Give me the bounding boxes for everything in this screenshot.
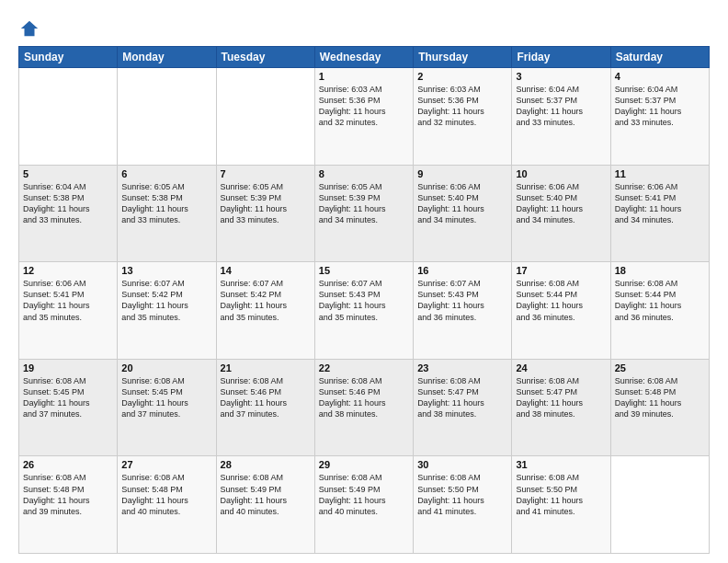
calendar-day-cell: 20Sunrise: 6:08 AM Sunset: 5:45 PM Dayli… xyxy=(118,359,216,456)
day-number: 30 xyxy=(417,459,507,470)
day-number: 26 xyxy=(23,459,113,470)
calendar-day-cell: 8Sunrise: 6:05 AM Sunset: 5:39 PM Daylig… xyxy=(314,165,413,262)
calendar-day-cell: 31Sunrise: 6:08 AM Sunset: 5:50 PM Dayli… xyxy=(512,456,610,554)
day-info: Sunrise: 6:07 AM Sunset: 5:42 PM Dayligh… xyxy=(221,278,311,323)
header xyxy=(18,15,710,39)
day-number: 27 xyxy=(121,459,211,470)
day-info: Sunrise: 6:08 AM Sunset: 5:47 PM Dayligh… xyxy=(417,375,507,420)
page: SundayMondayTuesdayWednesdayThursdayFrid… xyxy=(0,0,728,563)
day-info: Sunrise: 6:03 AM Sunset: 5:36 PM Dayligh… xyxy=(417,84,507,129)
calendar-week-row: 1Sunrise: 6:03 AM Sunset: 5:36 PM Daylig… xyxy=(19,68,710,166)
calendar-day-cell: 27Sunrise: 6:08 AM Sunset: 5:48 PM Dayli… xyxy=(118,456,216,554)
day-number: 25 xyxy=(615,362,705,373)
day-number: 29 xyxy=(319,459,409,470)
day-info: Sunrise: 6:05 AM Sunset: 5:39 PM Dayligh… xyxy=(221,181,311,226)
day-number: 5 xyxy=(23,168,113,179)
day-info: Sunrise: 6:08 AM Sunset: 5:44 PM Dayligh… xyxy=(516,278,606,323)
calendar-day-cell xyxy=(19,68,118,166)
day-info: Sunrise: 6:08 AM Sunset: 5:45 PM Dayligh… xyxy=(121,375,211,420)
day-info: Sunrise: 6:08 AM Sunset: 5:50 PM Dayligh… xyxy=(417,472,507,517)
calendar-day-cell: 19Sunrise: 6:08 AM Sunset: 5:45 PM Dayli… xyxy=(19,359,118,456)
day-info: Sunrise: 6:03 AM Sunset: 5:36 PM Dayligh… xyxy=(319,84,409,129)
day-number: 16 xyxy=(417,265,507,276)
day-number: 22 xyxy=(319,362,409,373)
calendar-day-cell: 12Sunrise: 6:06 AM Sunset: 5:41 PM Dayli… xyxy=(19,262,118,360)
day-number: 31 xyxy=(516,459,606,470)
day-number: 12 xyxy=(23,265,113,276)
day-info: Sunrise: 6:08 AM Sunset: 5:49 PM Dayligh… xyxy=(319,472,409,517)
logo-icon xyxy=(19,18,40,39)
day-number: 1 xyxy=(319,71,409,82)
day-number: 15 xyxy=(319,265,409,276)
day-info: Sunrise: 6:07 AM Sunset: 5:43 PM Dayligh… xyxy=(417,278,507,323)
day-info: Sunrise: 6:04 AM Sunset: 5:37 PM Dayligh… xyxy=(516,84,606,129)
day-info: Sunrise: 6:08 AM Sunset: 5:48 PM Dayligh… xyxy=(121,472,211,517)
day-number: 20 xyxy=(121,362,211,373)
calendar-day-cell: 11Sunrise: 6:06 AM Sunset: 5:41 PM Dayli… xyxy=(610,165,709,262)
calendar-header-cell: Sunday xyxy=(19,47,118,68)
calendar-day-cell: 2Sunrise: 6:03 AM Sunset: 5:36 PM Daylig… xyxy=(414,68,512,166)
day-info: Sunrise: 6:06 AM Sunset: 5:41 PM Dayligh… xyxy=(615,181,705,226)
day-number: 11 xyxy=(615,168,705,179)
day-number: 4 xyxy=(615,71,705,82)
calendar-day-cell: 1Sunrise: 6:03 AM Sunset: 5:36 PM Daylig… xyxy=(314,68,413,166)
day-info: Sunrise: 6:08 AM Sunset: 5:46 PM Dayligh… xyxy=(221,375,311,420)
day-info: Sunrise: 6:05 AM Sunset: 5:39 PM Dayligh… xyxy=(319,181,409,226)
calendar-week-row: 26Sunrise: 6:08 AM Sunset: 5:48 PM Dayli… xyxy=(19,456,710,554)
calendar-day-cell xyxy=(216,68,314,166)
day-number: 13 xyxy=(121,265,211,276)
calendar-day-cell: 25Sunrise: 6:08 AM Sunset: 5:48 PM Dayli… xyxy=(610,359,709,456)
day-info: Sunrise: 6:08 AM Sunset: 5:45 PM Dayligh… xyxy=(23,375,113,420)
calendar-week-row: 5Sunrise: 6:04 AM Sunset: 5:38 PM Daylig… xyxy=(19,165,710,262)
calendar-day-cell: 23Sunrise: 6:08 AM Sunset: 5:47 PM Dayli… xyxy=(414,359,512,456)
calendar-day-cell: 9Sunrise: 6:06 AM Sunset: 5:40 PM Daylig… xyxy=(414,165,512,262)
calendar-day-cell: 18Sunrise: 6:08 AM Sunset: 5:44 PM Dayli… xyxy=(610,262,709,360)
calendar-header-cell: Tuesday xyxy=(216,47,314,68)
calendar-day-cell: 26Sunrise: 6:08 AM Sunset: 5:48 PM Dayli… xyxy=(19,456,118,554)
day-info: Sunrise: 6:08 AM Sunset: 5:48 PM Dayligh… xyxy=(23,472,113,517)
calendar-day-cell: 22Sunrise: 6:08 AM Sunset: 5:46 PM Dayli… xyxy=(314,359,413,456)
calendar-day-cell: 15Sunrise: 6:07 AM Sunset: 5:43 PM Dayli… xyxy=(314,262,413,360)
calendar-day-cell: 17Sunrise: 6:08 AM Sunset: 5:44 PM Dayli… xyxy=(512,262,610,360)
calendar-day-cell: 13Sunrise: 6:07 AM Sunset: 5:42 PM Dayli… xyxy=(118,262,216,360)
calendar-header-cell: Saturday xyxy=(610,47,709,68)
day-number: 8 xyxy=(319,168,409,179)
day-number: 23 xyxy=(417,362,507,373)
day-info: Sunrise: 6:04 AM Sunset: 5:37 PM Dayligh… xyxy=(615,84,705,129)
calendar-day-cell: 7Sunrise: 6:05 AM Sunset: 5:39 PM Daylig… xyxy=(216,165,314,262)
calendar-week-row: 12Sunrise: 6:06 AM Sunset: 5:41 PM Dayli… xyxy=(19,262,710,360)
day-number: 2 xyxy=(417,71,507,82)
day-number: 9 xyxy=(417,168,507,179)
calendar-day-cell: 5Sunrise: 6:04 AM Sunset: 5:38 PM Daylig… xyxy=(19,165,118,262)
day-info: Sunrise: 6:06 AM Sunset: 5:41 PM Dayligh… xyxy=(23,278,113,323)
calendar-day-cell xyxy=(610,456,709,554)
calendar-header-cell: Friday xyxy=(512,47,610,68)
day-number: 24 xyxy=(516,362,606,373)
day-info: Sunrise: 6:04 AM Sunset: 5:38 PM Dayligh… xyxy=(23,181,113,226)
calendar-header-cell: Monday xyxy=(118,47,216,68)
day-number: 28 xyxy=(221,459,311,470)
day-info: Sunrise: 6:08 AM Sunset: 5:48 PM Dayligh… xyxy=(615,375,705,420)
day-number: 18 xyxy=(615,265,705,276)
day-number: 6 xyxy=(121,168,211,179)
calendar-day-cell xyxy=(118,68,216,166)
day-number: 19 xyxy=(23,362,113,373)
day-number: 10 xyxy=(516,168,606,179)
calendar-day-cell: 29Sunrise: 6:08 AM Sunset: 5:49 PM Dayli… xyxy=(314,456,413,554)
day-number: 14 xyxy=(221,265,311,276)
calendar-day-cell: 6Sunrise: 6:05 AM Sunset: 5:38 PM Daylig… xyxy=(118,165,216,262)
calendar-day-cell: 21Sunrise: 6:08 AM Sunset: 5:46 PM Dayli… xyxy=(216,359,314,456)
day-number: 3 xyxy=(516,71,606,82)
logo xyxy=(18,18,40,39)
calendar-week-row: 19Sunrise: 6:08 AM Sunset: 5:45 PM Dayli… xyxy=(19,359,710,456)
day-info: Sunrise: 6:08 AM Sunset: 5:50 PM Dayligh… xyxy=(516,472,606,517)
calendar-day-cell: 28Sunrise: 6:08 AM Sunset: 5:49 PM Dayli… xyxy=(216,456,314,554)
day-info: Sunrise: 6:06 AM Sunset: 5:40 PM Dayligh… xyxy=(516,181,606,226)
day-info: Sunrise: 6:06 AM Sunset: 5:40 PM Dayligh… xyxy=(417,181,507,226)
calendar-day-cell: 14Sunrise: 6:07 AM Sunset: 5:42 PM Dayli… xyxy=(216,262,314,360)
calendar-header-row: SundayMondayTuesdayWednesdayThursdayFrid… xyxy=(19,47,710,68)
day-info: Sunrise: 6:08 AM Sunset: 5:47 PM Dayligh… xyxy=(516,375,606,420)
day-info: Sunrise: 6:08 AM Sunset: 5:49 PM Dayligh… xyxy=(221,472,311,517)
day-info: Sunrise: 6:08 AM Sunset: 5:44 PM Dayligh… xyxy=(615,278,705,323)
calendar-day-cell: 30Sunrise: 6:08 AM Sunset: 5:50 PM Dayli… xyxy=(414,456,512,554)
